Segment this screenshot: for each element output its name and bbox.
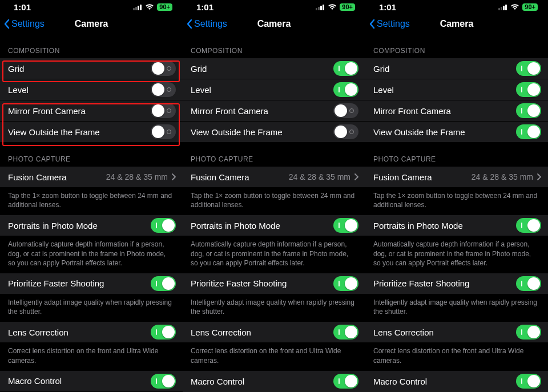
status-icons: 90+ [133,3,172,11]
toggle-prioritize[interactable] [151,276,176,291]
row-label: Fusion Camera [373,172,472,182]
chevron-right-icon [354,173,358,180]
row-mirror[interactable]: Mirror Front Camera [0,100,183,122]
row-grid[interactable]: Grid [0,58,183,79]
chevron-left-icon [3,19,10,29]
row-fusion-camera[interactable]: Fusion Camera 24 & 28 & 35 mm [183,167,365,188]
row-label: Grid [373,64,516,74]
svg-rect-9 [501,7,502,10]
toggle-macro[interactable] [516,374,541,389]
chevron-left-icon [186,19,193,29]
toggle-level[interactable] [516,82,541,97]
row-prioritize[interactable]: Prioritize Faster Shooting [183,273,365,294]
cellular-icon [498,4,507,10]
phone-middle: 1:01 90+ Settings Camera COMPOSITION Gri… [183,0,365,392]
chevron-right-icon [171,173,176,180]
row-label: Level [8,85,151,95]
toggle-macro[interactable] [333,374,358,389]
row-label: Lens Correction [191,328,333,337]
wifi-icon [510,3,519,10]
back-button[interactable]: Settings [186,19,227,29]
row-macro[interactable]: Macro Control [365,371,548,392]
row-label: Grid [191,64,333,74]
row-macro[interactable]: Macro Control [0,371,183,392]
footer-fusion: Tap the 1× zoom button to toggle between… [0,188,183,215]
row-label: Prioritize Faster Shooting [373,278,516,288]
row-value: 24 & 28 & 35 mm [289,172,350,181]
row-view-outside[interactable]: View Outside the Frame [183,122,365,143]
svg-rect-8 [498,8,500,10]
cellular-icon [316,4,325,10]
row-label: Level [191,85,333,95]
nav-header: Settings Camera [183,14,365,34]
row-prioritize[interactable]: Prioritize Faster Shooting [365,273,548,294]
row-level[interactable]: Level [183,79,365,100]
row-level[interactable]: Level [0,79,183,100]
toggle-lens[interactable] [516,325,541,340]
row-label: Level [373,85,516,95]
svg-rect-5 [318,7,320,10]
row-label: Mirror Front Camera [191,106,333,116]
row-label: Macro Control [191,377,333,386]
row-macro[interactable]: Macro Control [183,371,365,392]
row-view-outside[interactable]: View Outside the Frame [0,122,183,143]
toggle-view-outside[interactable] [333,124,358,139]
row-lens[interactable]: Lens Correction [365,322,548,343]
toggle-level[interactable] [333,82,358,97]
toggle-view-outside[interactable] [516,124,541,139]
row-label: Prioritize Faster Shooting [8,278,151,288]
toggle-portraits[interactable] [151,218,176,233]
row-fusion-camera[interactable]: Fusion Camera 24 & 28 & 35 mm [365,167,548,188]
toggle-prioritize[interactable] [333,276,358,291]
row-grid[interactable]: Grid [183,58,365,79]
toggle-mirror[interactable] [516,103,541,118]
row-level[interactable]: Level [365,79,548,100]
row-mirror[interactable]: Mirror Front Camera [365,100,548,122]
toggle-level[interactable] [151,82,176,97]
toggle-macro[interactable] [151,374,176,389]
chevron-left-icon [369,19,376,29]
nav-header: Settings Camera [365,14,548,34]
row-prioritize[interactable]: Prioritize Faster Shooting [0,273,183,294]
toggle-mirror[interactable] [151,103,176,118]
row-label: View Outside the Frame [191,127,333,137]
toggle-portraits[interactable] [516,218,541,233]
footer-lens: Correct lens distortion on the front and… [365,343,548,370]
svg-rect-7 [323,5,324,10]
toggle-lens[interactable] [333,325,358,340]
section-header-photo-capture: PHOTO CAPTURE [0,143,183,167]
footer-prioritize: Intelligently adapt image quality when r… [0,294,183,322]
back-button[interactable]: Settings [369,19,410,29]
wifi-icon [328,3,337,10]
toggle-portraits[interactable] [333,218,358,233]
svg-rect-0 [133,8,135,10]
row-label: View Outside the Frame [373,127,516,137]
row-lens[interactable]: Lens Correction [183,322,365,343]
back-button[interactable]: Settings [3,19,45,29]
svg-rect-2 [138,6,139,10]
toggle-lens[interactable] [151,325,176,340]
toggle-mirror[interactable] [333,103,358,118]
row-portraits[interactable]: Portraits in Photo Mode [183,215,365,236]
toggle-grid[interactable] [151,61,176,76]
row-grid[interactable]: Grid [365,58,548,79]
chevron-right-icon [537,173,541,180]
row-mirror[interactable]: Mirror Front Camera [183,100,365,122]
toggle-grid[interactable] [333,61,358,76]
row-portraits[interactable]: Portraits in Photo Mode [365,215,548,236]
row-lens[interactable]: Lens Correction [0,322,183,343]
row-fusion-camera[interactable]: Fusion Camera 24 & 28 & 35 mm [0,167,183,188]
row-value: 24 & 28 & 35 mm [106,172,168,181]
toggle-prioritize[interactable] [516,276,541,291]
svg-rect-1 [135,7,137,10]
footer-prioritize: Intelligently adapt image quality when r… [365,294,548,322]
svg-rect-10 [503,6,505,10]
toggle-view-outside[interactable] [151,124,176,139]
status-time: 1:01 [196,2,213,12]
status-time: 1:01 [14,2,31,12]
row-label: Portraits in Photo Mode [191,221,333,231]
toggle-grid[interactable] [516,61,541,76]
section-header-composition: COMPOSITION [183,34,365,58]
row-portraits[interactable]: Portraits in Photo Mode [0,215,183,236]
row-view-outside[interactable]: View Outside the Frame [365,122,548,143]
